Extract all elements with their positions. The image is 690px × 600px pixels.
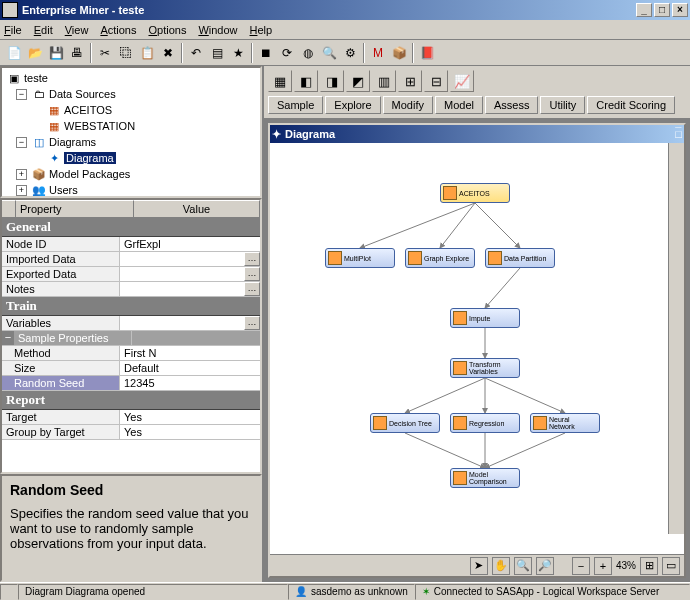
tool-cut-icon[interactable]: ✂ [95, 43, 115, 63]
prop-row-target[interactable]: TargetYes [2, 410, 260, 425]
tree-users[interactable]: +👥Users [4, 182, 258, 198]
prop-header-value[interactable]: Value [134, 200, 260, 217]
collapse-icon[interactable]: − [16, 137, 27, 148]
tool-update-icon[interactable]: ⟳ [277, 43, 297, 63]
menu-view[interactable]: View [65, 24, 89, 36]
diagram-node-regression[interactable]: Regression [450, 413, 520, 433]
diagram-maximize-button[interactable]: □ [675, 128, 682, 140]
project-tree[interactable]: ▣teste −🗀Data Sources ▦ACEITOS ▦WEBSTATI… [0, 66, 262, 198]
tree-item-diagrama[interactable]: ✦Diagrama [4, 150, 258, 166]
collapse-icon[interactable]: − [16, 89, 27, 100]
prop-row-node-id[interactable]: Node IDGrfExpl [2, 237, 260, 252]
maximize-button[interactable]: □ [654, 3, 670, 17]
palette-sample-icon[interactable]: ◧ [294, 70, 318, 92]
datasource-icon [443, 186, 457, 200]
menu-file[interactable]: File [4, 24, 22, 36]
ellipsis-button[interactable]: … [244, 282, 260, 296]
minimize-button[interactable]: _ [636, 3, 652, 17]
ellipsis-button[interactable]: … [244, 252, 260, 266]
tree-data-sources[interactable]: −🗀Data Sources [4, 86, 258, 102]
prop-row-notes[interactable]: Notes… [2, 282, 260, 297]
tool-delete-icon[interactable]: ✖ [158, 43, 178, 63]
prop-row-random-seed[interactable]: Random Seed12345 [2, 376, 260, 391]
tab-credit-scoring[interactable]: Credit Scoring [587, 96, 675, 114]
ellipsis-button[interactable]: … [244, 316, 260, 330]
fit-button[interactable]: ⊞ [640, 557, 658, 575]
tree-model-packages[interactable]: +📦Model Packages [4, 166, 258, 182]
tool-score-icon[interactable]: ⚙ [340, 43, 360, 63]
palette-append-icon[interactable]: ⊞ [398, 70, 422, 92]
diagram-node-multiplot[interactable]: MultiPlot [325, 248, 395, 268]
menu-options[interactable]: Options [148, 24, 186, 36]
diagram-node-aceitos[interactable]: ACEITOS [440, 183, 510, 203]
tool-print-icon[interactable]: 🖶 [67, 43, 87, 63]
tree-item-aceitos[interactable]: ▦ACEITOS [4, 102, 258, 118]
prop-row-exported[interactable]: Exported Data… [2, 267, 260, 282]
prop-row-size[interactable]: SizeDefault [2, 361, 260, 376]
tab-assess[interactable]: Assess [485, 96, 538, 114]
expand-icon[interactable]: + [16, 185, 27, 196]
diagram-node-model-comp[interactable]: Model Comparison [450, 468, 520, 488]
prop-row-method[interactable]: MethodFirst N [2, 346, 260, 361]
palette-datasource-icon[interactable]: ▦ [268, 70, 292, 92]
palette-timeseries-icon[interactable]: 📈 [450, 70, 474, 92]
prop-header-property[interactable]: Property [16, 200, 134, 217]
diagram-canvas[interactable]: ACEITOS MultiPlot Graph Explore Data Par… [270, 143, 684, 554]
tab-modify[interactable]: Modify [383, 96, 433, 114]
prop-row-variables[interactable]: Variables… [2, 316, 260, 331]
tab-utility[interactable]: Utility [540, 96, 585, 114]
diagram-node-transform[interactable]: Transform Variables [450, 358, 520, 378]
prop-row-group-by-target[interactable]: Group by TargetYes [2, 425, 260, 440]
tool-undo-icon[interactable]: ↶ [186, 43, 206, 63]
zoom-in-icon[interactable]: 🔍 [514, 557, 532, 575]
menu-edit[interactable]: Edit [34, 24, 53, 36]
menu-help[interactable]: Help [250, 24, 273, 36]
tree-diagrams[interactable]: −◫Diagrams [4, 134, 258, 150]
tree-icon [373, 416, 387, 430]
diagram-node-data-partition[interactable]: Data Partition [485, 248, 555, 268]
tree-item-webstation[interactable]: ▦WEBSTATION [4, 118, 258, 134]
tab-sample[interactable]: Sample [268, 96, 323, 114]
expand-icon[interactable]: + [16, 169, 27, 180]
vertical-scrollbar[interactable] [668, 143, 684, 534]
palette-explore-icon[interactable]: ◩ [346, 70, 370, 92]
tool-open-icon[interactable]: 📂 [25, 43, 45, 63]
tab-explore[interactable]: Explore [325, 96, 380, 114]
tool-paste-icon[interactable]: 📋 [137, 43, 157, 63]
palette-filter-icon[interactable]: ▥ [372, 70, 396, 92]
tool-copy-icon[interactable]: ⿻ [116, 43, 136, 63]
tool-run-icon[interactable]: ★ [228, 43, 248, 63]
palette-merge-icon[interactable]: ⊟ [424, 70, 448, 92]
menu-window[interactable]: Window [198, 24, 237, 36]
overview-button[interactable]: ▭ [662, 557, 680, 575]
prop-row-imported[interactable]: Imported Data… [2, 252, 260, 267]
diagram-node-impute[interactable]: Impute [450, 308, 520, 328]
zoom-plus-button[interactable]: + [594, 557, 612, 575]
tool-results-icon[interactable]: ◍ [298, 43, 318, 63]
ellipsis-button[interactable]: … [244, 267, 260, 281]
tool-log-icon[interactable]: ▤ [207, 43, 227, 63]
diagram-node-neural-net[interactable]: Neural Network [530, 413, 600, 433]
zoom-out-icon[interactable]: 🔎 [536, 557, 554, 575]
prop-sample-properties[interactable]: −Sample Properties [2, 331, 260, 346]
property-grid[interactable]: Property Value General Node IDGrfExpl Im… [0, 198, 262, 474]
diagram-minimize-button[interactable]: _ [675, 116, 682, 128]
tool-register-icon[interactable]: M [368, 43, 388, 63]
prop-section-train: Train [2, 297, 260, 316]
menu-actions[interactable]: Actions [100, 24, 136, 36]
diagram-node-graph-explore[interactable]: Graph Explore [405, 248, 475, 268]
zoom-minus-button[interactable]: − [572, 557, 590, 575]
tool-help-icon[interactable]: 📕 [417, 43, 437, 63]
tool-metadata-icon[interactable]: 📦 [389, 43, 409, 63]
tab-model[interactable]: Model [435, 96, 483, 114]
tool-new-icon[interactable]: 📄 [4, 43, 24, 63]
pointer-tool-icon[interactable]: ➤ [470, 557, 488, 575]
close-button[interactable]: × [672, 3, 688, 17]
pan-tool-icon[interactable]: ✋ [492, 557, 510, 575]
tool-explore-icon[interactable]: 🔍 [319, 43, 339, 63]
diagram-node-decision-tree[interactable]: Decision Tree [370, 413, 440, 433]
tool-stop-icon[interactable]: ⏹ [256, 43, 276, 63]
palette-partition-icon[interactable]: ◨ [320, 70, 344, 92]
tool-save-icon[interactable]: 💾 [46, 43, 66, 63]
tree-root[interactable]: ▣teste [4, 70, 258, 86]
